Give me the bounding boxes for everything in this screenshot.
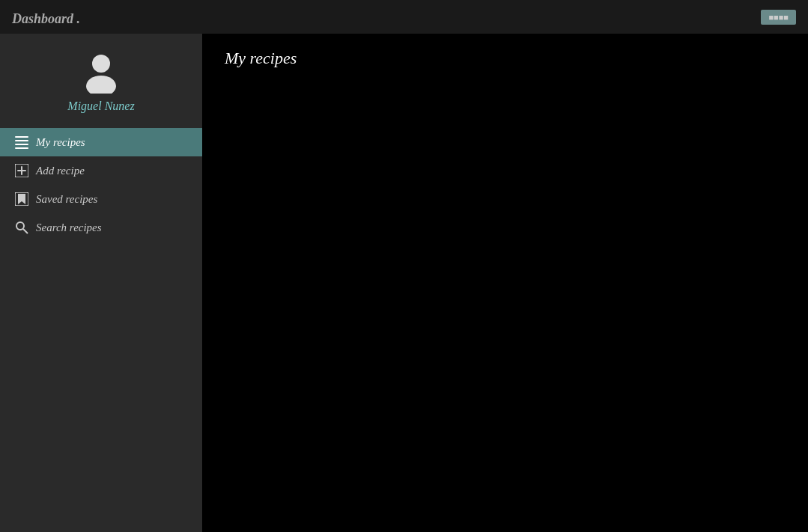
main-layout: Miguel Nunez My recipes [0,34,808,532]
sidebar: Miguel Nunez My recipes [0,34,202,532]
bookmark-icon [15,192,28,206]
svg-rect-2 [15,136,28,138]
sidebar-item-saved-recipes[interactable]: Saved recipes [0,185,202,213]
sidebar-item-my-recipes[interactable]: My recipes [0,128,202,156]
sidebar-item-add-recipe[interactable]: Add recipe [0,156,202,185]
sidebar-item-search-recipes[interactable]: Search recipes [0,213,202,242]
title-dot: . [73,11,80,26]
sidebar-item-label: Add recipe [36,165,85,177]
search-icon [15,221,28,234]
svg-rect-3 [15,140,28,141]
header: Dashboard . ■■■■ [0,0,808,34]
avatar-icon [79,49,124,94]
sidebar-item-label: Search recipes [36,221,102,234]
content-area: My recipes [202,34,808,532]
svg-point-0 [92,55,110,73]
svg-rect-4 [15,144,28,145]
app-title: Dashboard . [12,6,80,28]
svg-rect-5 [15,147,28,149]
svg-point-1 [86,76,116,94]
sidebar-item-label: My recipes [36,136,85,149]
title-text: Dashboard [12,11,73,26]
avatar-container: Miguel Nunez [67,49,134,113]
svg-rect-8 [17,170,26,171]
plus-icon [15,164,28,177]
list-icon [15,135,28,149]
svg-line-11 [23,229,28,233]
header-button[interactable]: ■■■■ [761,10,796,25]
svg-point-10 [16,222,24,230]
nav-menu: My recipes Add recipe Saved recipes [0,128,202,242]
sidebar-item-label: Saved recipes [36,193,97,206]
page-title: My recipes [225,49,786,68]
user-name: Miguel Nunez [67,100,134,113]
